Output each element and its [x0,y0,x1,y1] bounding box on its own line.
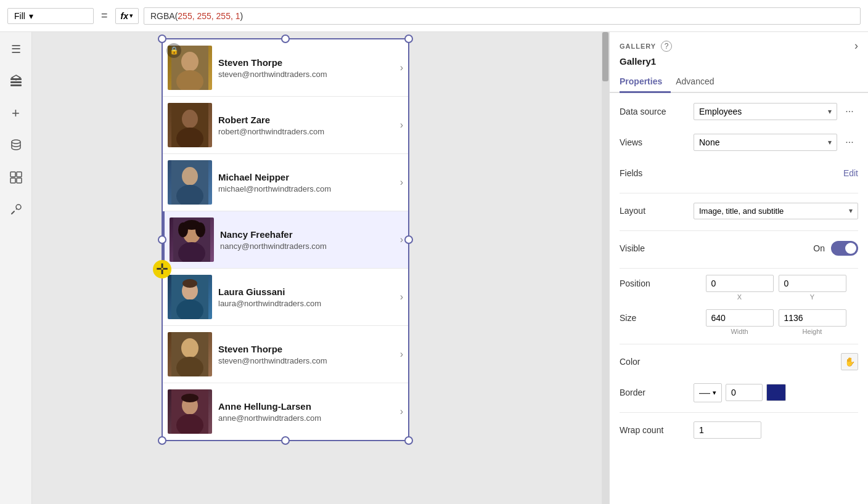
border-style-dropdown[interactable]: — ▾ [694,383,722,402]
formula-bar[interactable]: RGBA(255, 255, 255, 1) [144,7,861,25]
fields-edit-link[interactable]: Edit [843,168,858,178]
sidebar-icon-add[interactable]: + [6,104,26,123]
resize-handle-left[interactable] [158,235,166,244]
sidebar-icon-tools[interactable] [6,200,26,219]
gallery-list: Steven Thorpe steven@northwindtraders.co… [163,39,408,440]
resize-handle-bottomright[interactable] [404,436,413,445]
svg-point-30 [181,338,199,358]
border-label: Border [620,388,694,397]
move-cursor-icon: ✛ [153,260,171,278]
avatar [170,217,214,262]
gallery-item[interactable]: Robert Zare robert@northwindtraders.com … [163,97,408,154]
svg-rect-6 [17,172,22,177]
views-dropdown[interactable]: None ▾ [694,134,837,151]
resize-handle-topleft[interactable] [158,35,166,43]
panel-forward-button[interactable]: › [854,39,858,52]
position-x-label: X [737,293,742,301]
gallery-item[interactable]: Steven Thorpe steven@northwindtraders.co… [163,326,408,383]
color-label: Color [620,357,694,367]
resize-handle-right[interactable] [404,235,413,244]
item-info: Nancy Freehafer nancy@northwindtraders.c… [220,229,396,251]
visible-control: On [694,241,858,256]
prop-views: Views None ▾ ··· [620,131,858,153]
resize-handle-bottomleft[interactable] [158,436,166,445]
color-swatch[interactable]: ✋ [841,353,858,370]
divider [620,230,858,231]
item-info: Steven Thorpe steven@northwindtraders.co… [218,344,396,365]
panel-tabs: Properties Advanced [610,71,868,93]
gallery-item[interactable]: Laura Giussani laura@northwindtraders.co… [163,269,408,326]
size-height-input[interactable] [779,309,846,327]
tab-properties[interactable]: Properties [620,71,671,93]
wrap-count-input[interactable] [694,421,761,439]
fx-button[interactable]: fx ▾ [115,8,139,24]
size-height-field: Height [779,309,846,335]
item-email: steven@northwindtraders.com [218,70,396,79]
sidebar-icon-database[interactable] [6,136,26,155]
sidebar-icon-hamburger[interactable]: ☰ [6,39,26,59]
main-area: ☰ + [0,32,868,504]
fx-label: fx [121,11,128,21]
fill-dropdown[interactable]: Fill ▾ [7,8,94,24]
item-info: Robert Zare robert@northwindtraders.com [218,115,396,136]
svg-rect-1 [10,81,22,83]
item-email: steven@northwindtraders.com [218,356,396,365]
visible-toggle[interactable] [831,241,858,256]
svg-point-24 [195,222,205,237]
gallery-item[interactable]: Anne Hellung-Larsen anne@northwindtrader… [163,383,408,440]
prop-border: Border — ▾ [620,381,858,404]
panel-help-icon[interactable]: ? [661,41,672,52]
prop-wrap-count: Wrap count [620,419,858,441]
gallery-item[interactable]: Michael Neipper michael@northwindtraders… [163,154,408,211]
position-y-input[interactable] [779,275,846,292]
panel-section-title: GALLERY [620,43,656,50]
data-source-label: Data source [620,107,694,116]
visible-on-label: On [813,243,825,253]
resize-handle-topright[interactable] [404,35,413,43]
data-source-ellipsis[interactable]: ··· [841,103,858,120]
layout-dropdown[interactable]: Image, title, and subtitle ▾ [694,203,858,219]
prop-size: Size Width Height [620,309,858,335]
scrollbar-thumb[interactable] [602,32,608,81]
data-source-dropdown[interactable]: Employees ▾ [694,103,837,120]
prop-position: Position X Y [620,275,858,301]
views-value: None ▾ ··· [694,134,858,151]
data-source-selected: Employees [699,107,742,116]
svg-point-28 [182,279,197,288]
svg-rect-7 [10,178,15,183]
top-bar: Fill ▾ = fx ▾ RGBA(255, 255, 255, 1) [0,0,868,32]
canvas-scrollbar[interactable] [602,32,609,504]
chevron-right-icon: › [400,234,403,245]
position-inputs: X Y [694,275,858,301]
toggle-knob [845,243,856,254]
position-x-input[interactable] [706,275,774,292]
size-width-field: Width [706,309,774,335]
border-width-input[interactable] [726,384,763,401]
tab-advanced[interactable]: Advanced [676,71,723,93]
left-sidebar: ☰ + [0,32,32,504]
item-name: Steven Thorpe [218,344,396,354]
gallery-item[interactable]: Steven Thorpe steven@northwindtraders.co… [163,39,408,97]
svg-point-35 [181,394,199,402]
resize-handle-top[interactable] [281,35,290,43]
visible-label: Visible [620,243,694,253]
chevron-down-icon: ▾ [129,12,133,20]
border-color-swatch[interactable] [766,384,786,401]
views-ellipsis[interactable]: ··· [841,134,858,151]
gallery-item-active[interactable]: Nancy Freehafer nancy@northwindtraders.c… [163,211,408,269]
resize-handle-bottom[interactable] [281,436,290,445]
fields-value: Edit [694,168,858,178]
item-info: Michael Neipper michael@northwindtraders… [218,172,396,193]
sidebar-icon-components[interactable] [6,168,26,187]
chevron-right-icon: › [400,177,403,188]
position-y-field: Y [779,275,846,301]
fill-label: Fill [14,11,25,21]
gallery-widget[interactable]: 🔒 Steven Thorpe [162,38,409,441]
svg-point-11 [181,52,199,71]
prop-color: Color ✋ [620,351,858,373]
item-name: Laura Giussani [218,287,396,297]
position-label: Position [620,275,694,288]
sidebar-icon-layers[interactable] [6,71,26,91]
size-width-input[interactable] [706,309,774,327]
gallery-lock-icon: 🔒 [166,43,181,58]
